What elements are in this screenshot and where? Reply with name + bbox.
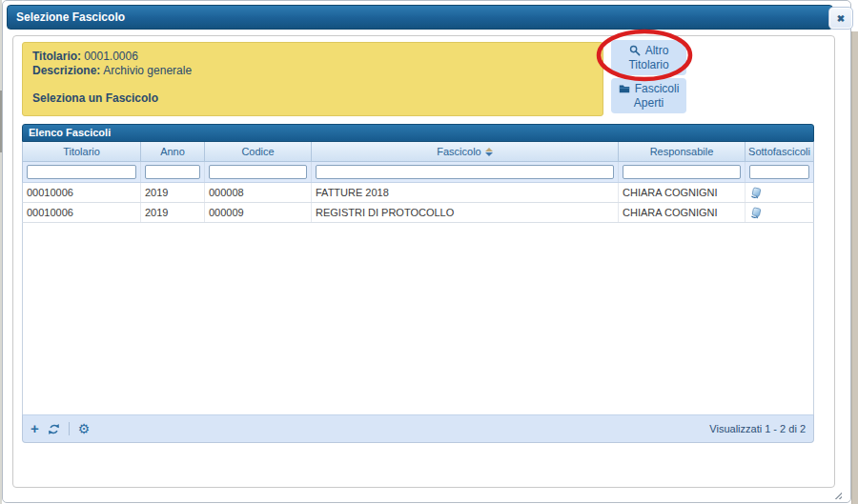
cell-fascicolo: REGISTRI DI PROTOCOLLO <box>312 203 619 222</box>
cell-sottofascicoli <box>746 203 813 222</box>
cell-fascicolo: FATTURE 2018 <box>312 183 619 202</box>
grid-empty-area <box>22 223 814 414</box>
plus-icon: + <box>31 422 39 435</box>
fascicoli-grid: Elenco Fascicoli Titolario Anno Codice F… <box>22 124 814 443</box>
refresh-icon <box>48 423 60 435</box>
grid-caption: Elenco Fascicoli <box>22 124 814 142</box>
selezione-fascicolo-dialog: Selezione Fascicolo ✖ Titolario:0001.000… <box>2 0 851 503</box>
descrizione-label: Descrizione: <box>32 64 100 77</box>
subfolders-icon[interactable] <box>749 207 762 219</box>
filter-input-anno[interactable] <box>145 165 200 179</box>
gear-icon: ⚙ <box>78 422 91 435</box>
grid-filter-row <box>22 162 814 183</box>
filter-input-codice[interactable] <box>209 165 307 179</box>
pager-separator <box>69 422 70 435</box>
cell-titolario: 00010006 <box>23 183 141 202</box>
column-header-sottofascicoli[interactable]: Sottofascicoli <box>746 142 813 161</box>
grid-pager: + ⚙ Visualizzati <box>22 414 814 443</box>
close-button[interactable]: ✖ <box>828 7 853 30</box>
altro-titolario-label-line1: Altro <box>645 44 669 57</box>
titolario-label: Titolario: <box>32 50 81 63</box>
selection-prompt: Seleziona un Fascicolo <box>32 91 593 106</box>
filter-input-titolario[interactable] <box>27 165 136 179</box>
table-row[interactable]: 00010006 2019 000008 FATTURE 2018 CHIARA… <box>22 183 814 203</box>
altro-titolario-label-line2: Titolario <box>628 58 668 71</box>
subfolders-icon[interactable] <box>749 187 762 199</box>
resize-grip[interactable] <box>832 490 842 499</box>
descrizione-value: Archivio generale <box>103 64 192 77</box>
folder-icon <box>619 83 630 94</box>
cell-responsabile: CHIARA COGNIGNI <box>619 203 746 222</box>
cell-sottofascicoli <box>746 183 813 202</box>
cell-anno: 2019 <box>141 183 205 202</box>
column-header-responsabile[interactable]: Responsabile <box>619 142 746 161</box>
cell-codice: 000009 <box>205 203 312 222</box>
table-row[interactable]: 00010006 2019 000009 REGISTRI DI PROTOCO… <box>22 203 814 223</box>
cell-anno: 2019 <box>141 203 205 222</box>
titolario-line: Titolario:0001.0006 <box>32 50 593 64</box>
filter-input-sottofascicoli[interactable] <box>749 165 809 179</box>
column-header-fascicolo[interactable]: Fascicolo <box>312 142 619 161</box>
search-icon <box>629 45 641 56</box>
altro-titolario-button[interactable]: Altro Titolario <box>611 40 686 75</box>
dialog-titlebar[interactable]: Selezione Fascicolo <box>7 5 833 30</box>
column-header-codice[interactable]: Codice <box>205 142 312 161</box>
sort-asc-icon <box>485 148 493 156</box>
fascicoli-aperti-button[interactable]: Fascicoli Aperti <box>611 78 686 113</box>
column-header-anno[interactable]: Anno <box>141 142 205 161</box>
titolario-value: 0001.0006 <box>84 50 138 63</box>
pager-status: Visualizzati 1 - 2 di 2 <box>709 423 806 434</box>
dialog-title: Selezione Fascicolo <box>16 10 125 24</box>
fascicoli-aperti-label-line1: Fascicoli <box>635 82 680 95</box>
settings-button[interactable]: ⚙ <box>78 422 91 435</box>
add-record-button[interactable]: + <box>31 422 39 435</box>
column-header-titolario[interactable]: Titolario <box>23 142 141 161</box>
grid-header-row: Titolario Anno Codice Fascicolo Responsa… <box>22 142 814 162</box>
cell-codice: 000008 <box>205 183 312 202</box>
fascicoli-aperti-label-line2: Aperti <box>634 96 664 110</box>
dialog-content-panel: Titolario:0001.0006 Descrizione:Archivio… <box>12 35 835 488</box>
close-icon: ✖ <box>837 13 845 24</box>
info-box: Titolario:0001.0006 Descrizione:Archivio… <box>22 42 603 116</box>
filter-input-responsabile[interactable] <box>623 165 741 179</box>
cell-responsabile: CHIARA COGNIGNI <box>619 183 746 202</box>
filter-input-fascicolo[interactable] <box>316 165 614 179</box>
descrizione-line: Descrizione:Archivio generale <box>32 64 593 78</box>
cell-titolario: 00010006 <box>23 203 141 222</box>
refresh-button[interactable] <box>48 423 60 435</box>
page-behind-right-edge <box>851 31 858 504</box>
